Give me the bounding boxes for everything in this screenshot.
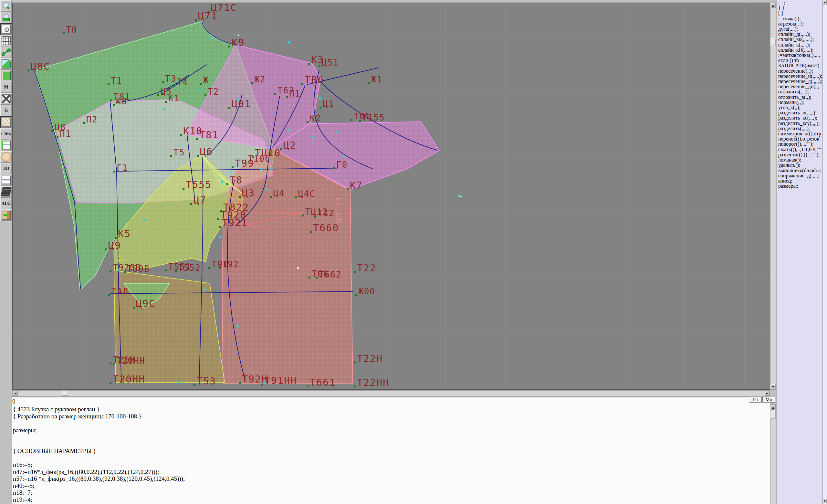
code-vscroll-thumb[interactable] [771,411,776,419]
drafting-tools-button[interactable] [0,93,12,105]
point-marker [232,166,234,168]
point-label: Г0 [336,161,348,169]
point-label: Ц01 [232,99,251,109]
canvas-scroll-up-icon[interactable]: ▲ [771,3,776,8]
canvas-scroll-down-icon[interactable]: ▼ [771,384,776,389]
design-rulers-button[interactable] [0,116,12,128]
drafting-tools-icon [2,94,11,103]
grazia-g-button[interactable]: G [0,105,12,116]
pattern-card-button[interactable] [0,70,12,82]
point-label: Ж [203,76,209,84]
point-marker [110,100,112,101]
fit-view-button[interactable] [0,23,12,35]
point-label: Ц7 [194,196,206,205]
point-marker [113,170,115,172]
rz-button[interactable]: Рз [749,397,762,403]
point-label: П1 [289,90,300,98]
zoom-out-icon [2,13,10,22]
sheet-icon [2,59,11,68]
point-label: Т20НН [116,357,145,365]
point-marker [251,82,253,84]
exit-button[interactable] [0,209,12,221]
point-marker [108,294,110,296]
command-vscrollbar[interactable]: ▲ ▼ [823,0,827,504]
sheet-button[interactable] [0,58,12,70]
point-label: К9 [232,38,245,48]
measure-button[interactable] [0,47,12,58]
marker-m-button[interactable]: M [0,82,12,93]
point-label: Ц4 [273,189,285,197]
canvas-scroll-left-icon[interactable]: ◄ [13,391,18,396]
point-label: Ж00 [358,287,375,296]
point-marker [301,83,303,85]
point-marker [162,82,164,83]
point-label: Ц2 [283,141,296,150]
point-label: Ж2 [254,75,265,84]
zoom-out-button[interactable] [0,12,12,23]
point-label: Т53 [197,376,216,386]
canvas-hscroll-thumb[interactable] [62,391,68,396]
command-scroll-up-icon[interactable]: ▲ [823,0,827,4]
fit-view-icon [2,24,11,34]
code-scroll-up-icon[interactable]: ▲ [771,405,776,410]
algorithms-button[interactable]: ALG [0,198,12,209]
point-marker [63,32,64,34]
point-marker [286,96,288,98]
view-3d-icon: 3D [2,164,10,173]
point-marker [219,226,221,228]
canvas-hscrollbar[interactable]: ◄ ► [12,390,770,397]
text-doc-icon [2,176,11,185]
point-marker [354,386,356,387]
command-list[interactable]: := ; { } [ ] :=точка(,); отрезок( , ); д… [778,0,822,189]
command-list-panel[interactable]: := ; { } [ ] :=точка(,); отрезок( , ); д… [777,0,823,504]
point-marker [196,138,198,140]
point-marker [302,214,304,216]
point-marker [165,101,167,103]
point-marker [113,104,115,106]
spec-table-button[interactable] [0,140,12,151]
ml-button[interactable]: Мл [763,397,775,403]
program-code[interactable]: { 4573 Блузка с рукавом-реглан } { Разра… [13,406,185,504]
left-toolbar: +MGi_66.3DALG [0,0,12,504]
archive-books-button[interactable] [0,186,12,198]
point-marker [314,216,316,218]
zoom-in-button[interactable]: + [0,0,12,12]
point-marker [239,382,241,384]
algorithms-icon: ALG [2,199,10,208]
archive-books-icon [1,187,12,196]
point-label: К7 [350,181,363,190]
command-scroll-down-icon[interactable]: ▼ [823,499,827,503]
point-marker [83,122,85,124]
measure-icon [2,48,10,56]
canvas-scroll-right-icon[interactable]: ► [765,391,770,396]
point-marker [306,386,308,387]
point-marker [315,277,318,279]
point-marker [204,94,206,96]
point-label: Т99 [235,159,254,168]
point-marker [319,65,321,67]
point-marker [310,231,312,233]
point-label: Ц8С [31,62,50,71]
point-marker [306,121,308,123]
item-i66-button[interactable]: i_66. [0,128,12,140]
point-marker [109,362,111,364]
point-label: кг.нб [334,197,342,224]
point-marker [320,107,322,109]
model-photo-button[interactable] [0,151,12,163]
point-label: Т555 [186,180,211,190]
canvas-vscrollbar[interactable]: ▲ ▼ [770,3,776,390]
point-marker [274,93,276,95]
design-rulers-icon [2,117,11,127]
grid-button[interactable] [0,35,12,47]
point-label: Т22НН [357,378,389,387]
point-label: Ц9 [108,241,121,250]
code-vscrollbar[interactable]: ▲ [770,404,776,504]
canvas-vscroll-thumb[interactable] [771,39,776,46]
view-3d-button[interactable]: 3D [0,163,12,174]
point-marker [359,120,361,122]
text-doc-button[interactable] [0,174,12,186]
point-label: Т20НН [113,374,145,384]
point-marker [261,384,263,386]
drawing-canvas[interactable]: Ц71СЦ71Т0К9Ц8СК3Ц51ТВ6Ж1Т1Т3Т4ЖЖ2Т67П1Т2… [12,3,770,390]
program-text-panel[interactable]: 0 Рз Мл { 4573 Блузка с рукавом-реглан }… [0,397,770,504]
